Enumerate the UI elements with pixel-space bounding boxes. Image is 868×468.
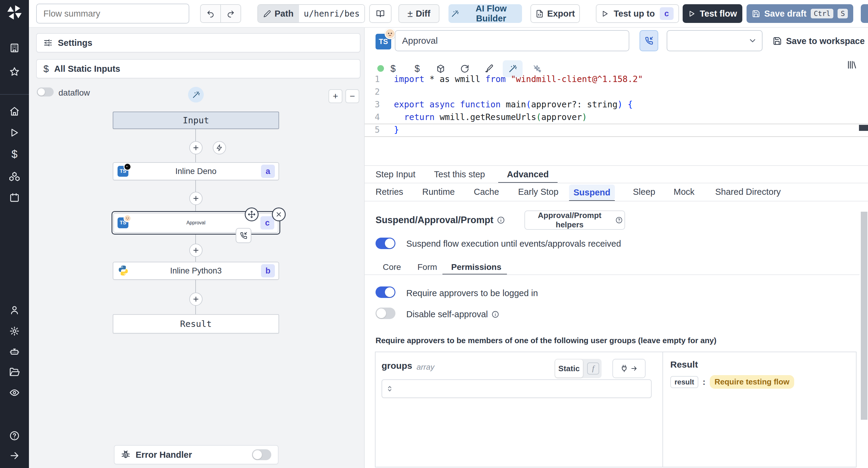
divider <box>365 165 868 166</box>
help-circle-icon <box>615 216 623 224</box>
path-value[interactable]: u/henri/bes <box>299 5 364 22</box>
test-flow-button[interactable]: Test flow <box>683 4 742 23</box>
code-line[interactable]: 2 <box>365 86 868 98</box>
tab-suspend-active[interactable]: Suspend <box>569 184 615 200</box>
all-static-inputs-button[interactable]: $ All Static Inputs <box>36 59 361 79</box>
schedules-calendar-icon[interactable] <box>8 192 21 204</box>
tab-test-this-step[interactable]: Test this step <box>434 170 485 179</box>
javascript-mode-button[interactable]: f <box>587 362 599 375</box>
graph-node-inline-deno[interactable]: TS Inline Deno a <box>113 162 279 180</box>
current-line-border-top <box>365 124 868 124</box>
suspend-phone-button[interactable] <box>640 30 658 51</box>
users-icon[interactable] <box>8 304 21 316</box>
disable-self-approval-toggle[interactable] <box>375 308 396 319</box>
tab-step-input[interactable]: Step Input <box>375 170 415 179</box>
add-step-button[interactable] <box>189 293 203 306</box>
runs-play-icon[interactable] <box>8 127 21 139</box>
zoom-in-button[interactable]: + <box>329 89 342 103</box>
static-mode-button[interactable]: Static <box>555 359 583 378</box>
tab-sleep[interactable]: Sleep <box>633 187 655 197</box>
step-id-badge: a <box>261 165 275 178</box>
editor-scrollbar-thumb[interactable] <box>859 125 868 131</box>
app-sidebar: $ <box>0 0 29 468</box>
error-handler-row[interactable]: Error Handler <box>114 445 278 464</box>
home-icon[interactable] <box>8 105 21 117</box>
flow-settings-button[interactable]: Settings <box>36 33 361 53</box>
path-group[interactable]: Path u/henri/bes <box>257 4 365 23</box>
zoom-out-button[interactable]: − <box>345 89 359 103</box>
docs-book-button[interactable] <box>369 4 392 23</box>
ai-flow-builder-button[interactable]: AI Flow Builder <box>448 4 522 23</box>
connect-input-plug-button[interactable] <box>613 359 646 378</box>
approval-face-icon <box>384 28 396 39</box>
help-icon[interactable] <box>8 430 21 442</box>
test-up-to-button[interactable]: Test up to c <box>596 4 679 23</box>
code-line[interactable]: 1import * as wmill from "windmill-client… <box>365 73 868 86</box>
save-to-workspace-button[interactable]: Save to workspace <box>771 33 867 50</box>
code-line[interactable]: 5} <box>365 124 868 136</box>
add-step-button[interactable] <box>189 141 203 154</box>
add-step-button[interactable] <box>189 244 203 257</box>
undo-button[interactable] <box>200 4 221 23</box>
disable-self-approval-label: Disable self-approval <box>406 310 499 319</box>
diff-button[interactable]: ± Diff <box>398 4 439 23</box>
suspend-section-title: Suspend/Approval/Prompt <box>375 215 505 226</box>
export-button[interactable]: Export <box>530 4 580 23</box>
code-line[interactable]: 3export async function main(approver?: s… <box>365 98 868 111</box>
tab-shared-directory[interactable]: Shared Directory <box>715 187 781 197</box>
graph-node-inline-python3[interactable]: Inline Python3 b <box>113 262 279 280</box>
tab-advanced-active[interactable]: Advanced <box>507 170 549 179</box>
ai-graph-wand-button[interactable] <box>188 87 204 103</box>
resources-boxes-icon[interactable] <box>8 170 21 182</box>
tab-form[interactable]: Form <box>417 262 437 272</box>
add-step-button[interactable] <box>189 192 203 205</box>
windmill-logo-icon[interactable] <box>6 4 23 21</box>
tab-core[interactable]: Core <box>383 262 401 272</box>
step-editor-panel: TS Save to workspace <box>365 28 868 468</box>
redo-button[interactable] <box>221 4 241 23</box>
tab-early-stop[interactable]: Early Stop <box>518 187 558 197</box>
require-login-toggle[interactable] <box>375 287 396 298</box>
code-line[interactable]: 4 return wmill.getResumeUrls(approver) <box>365 111 868 124</box>
deploy-button-partial[interactable] <box>861 4 868 23</box>
script-version-select[interactable] <box>667 30 763 51</box>
favorites-star-icon[interactable] <box>8 66 21 78</box>
variables-dollar-icon[interactable]: $ <box>8 148 21 160</box>
step-name-input[interactable] <box>395 30 629 51</box>
move-step-button[interactable] <box>245 207 258 221</box>
deno-icon <box>124 163 131 171</box>
result-value-badge[interactable]: Require testing flow <box>710 375 794 389</box>
sidebar-divider <box>0 94 29 95</box>
library-icon[interactable] <box>844 58 858 72</box>
graph-result-node[interactable]: Result <box>113 314 279 333</box>
workspace-building-icon[interactable] <box>8 42 21 54</box>
dataflow-toggle[interactable] <box>37 87 54 96</box>
tab-retries[interactable]: Retries <box>375 187 403 197</box>
delete-step-button[interactable] <box>272 207 286 221</box>
info-icon[interactable] <box>497 216 505 224</box>
error-handler-toggle[interactable] <box>252 449 271 460</box>
workers-robot-icon[interactable] <box>8 346 21 358</box>
suspend-toggle[interactable] <box>375 238 396 249</box>
divider <box>662 352 663 467</box>
tab-cache[interactable]: Cache <box>474 187 499 197</box>
info-icon[interactable] <box>492 311 499 318</box>
code-editor[interactable]: 1import * as wmill from "windmill-client… <box>365 73 868 136</box>
folders-icon[interactable] <box>8 366 21 378</box>
save-draft-button[interactable]: Save draft Ctrl S <box>747 4 853 23</box>
path-label: Path <box>275 9 293 19</box>
flow-summary-input[interactable] <box>36 4 189 24</box>
approval-prompt-helpers-button[interactable]: Approval/Prompt helpers <box>524 210 625 230</box>
suspend-phone-indicator[interactable] <box>236 228 251 243</box>
tab-runtime[interactable]: Runtime <box>422 187 455 197</box>
settings-gear-icon[interactable] <box>8 325 21 337</box>
result-key-chip[interactable]: result <box>670 376 698 388</box>
tab-mock[interactable]: Mock <box>674 187 694 197</box>
panel-scrollbar-thumb[interactable] <box>861 212 867 420</box>
groups-array-input[interactable] <box>381 379 652 398</box>
collapse-arrow-right-icon[interactable] <box>8 449 21 462</box>
tab-permissions-active[interactable]: Permissions <box>451 262 501 272</box>
add-trigger-zap-button[interactable] <box>213 141 226 154</box>
graph-input-node[interactable]: Input <box>113 112 279 129</box>
audit-eye-icon[interactable] <box>8 387 21 399</box>
